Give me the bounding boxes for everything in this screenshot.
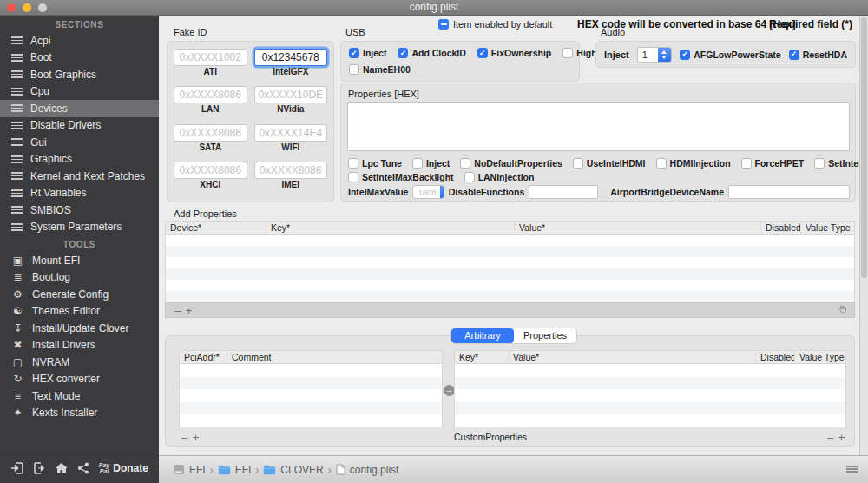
useintelhdmi-checkbox[interactable]: UseIntelHDMI xyxy=(573,158,646,169)
remove-row-button[interactable]: – xyxy=(172,304,183,317)
column-value-type[interactable]: Value Type xyxy=(795,351,845,363)
sidebar-item-rt-variables[interactable]: Rt Variables xyxy=(0,185,159,202)
column-value-type[interactable]: Value Type xyxy=(801,222,854,234)
download-icon: ↧ xyxy=(11,322,24,334)
forcehpet-checkbox[interactable]: ForceHPET xyxy=(741,158,805,169)
audio-inject-dropdown[interactable]: 1 xyxy=(637,47,673,63)
wifi-input[interactable] xyxy=(254,124,328,142)
list-icon xyxy=(11,138,23,146)
properties-hex-textarea[interactable] xyxy=(347,102,850,151)
sidebar-item-smbios[interactable]: SMBIOS xyxy=(0,202,159,219)
laninjection-checkbox[interactable]: LANInjection xyxy=(464,172,535,182)
tool-text-mode[interactable]: ≡Text Mode xyxy=(0,387,159,405)
chevron-updown-icon xyxy=(440,186,443,198)
sidebar-item-kernel-kext-patches[interactable]: Kernel and Kext Patches xyxy=(0,168,159,185)
intelmaxvalue-dropdown[interactable]: 1808 or 0x710 xyxy=(412,185,444,199)
hdmiinjection-checkbox[interactable]: HDMIInjection xyxy=(656,158,731,169)
tool-install-drivers[interactable]: ✖Install Drivers xyxy=(0,337,159,354)
inject-checkbox[interactable]: Inject xyxy=(412,158,450,169)
sidebar-item-boot-graphics[interactable]: Boot Graphics xyxy=(0,66,159,83)
usb-fixownership-checkbox[interactable]: ✓FixOwnership xyxy=(477,48,551,58)
usb-add-clockid-checkbox[interactable]: ✓Add ClockID xyxy=(398,48,465,58)
breadcrumb-item-efi-disk[interactable]: EFI xyxy=(173,464,206,476)
nodefaultproperties-checkbox[interactable]: NoDefaultProperties xyxy=(460,158,562,169)
checkbox-checked-icon: ✓ xyxy=(789,50,799,60)
disk-icon xyxy=(173,464,185,475)
usb-inject-checkbox[interactable]: ✓Inject xyxy=(349,48,386,58)
tab-arbitrary[interactable]: Arbitrary xyxy=(451,328,514,343)
audio-group: Inject 1 ✓AFGLowPowerState ✓ResetHDA xyxy=(595,41,856,68)
sidebar-item-gui[interactable]: Gui xyxy=(0,134,159,151)
remove-row-button[interactable]: – xyxy=(179,431,190,444)
setintelmaxbacklight-checkbox[interactable]: SetIntelMaxBacklight xyxy=(348,172,454,182)
minimize-window-icon[interactable] xyxy=(23,3,31,12)
share-icon[interactable] xyxy=(77,462,89,474)
column-value[interactable]: Value* xyxy=(515,222,761,234)
tool-install-update-clover[interactable]: ↧Install/Update Clover xyxy=(0,320,159,337)
sidebar-item-graphics[interactable]: Graphics xyxy=(0,151,159,169)
ati-input[interactable] xyxy=(174,49,247,66)
tool-nvram[interactable]: ▢NVRAM xyxy=(0,354,159,371)
usb-nameeh00-checkbox[interactable]: NameEH00 xyxy=(349,64,411,75)
sidebar-item-devices[interactable]: Devices xyxy=(0,100,159,117)
sign-in-icon[interactable] xyxy=(10,462,23,474)
add-row-button[interactable]: + xyxy=(836,431,847,444)
sidebar-footer: PayPal Donate xyxy=(0,453,159,483)
column-pciaddr[interactable]: PciAddr* xyxy=(180,351,227,363)
column-disabled[interactable]: Disabled xyxy=(756,351,795,363)
lpc-tune-checkbox[interactable]: Lpc Tune xyxy=(348,158,402,169)
home-icon[interactable] xyxy=(55,462,68,474)
disk-icon: ▣ xyxy=(11,255,24,267)
remove-row-button[interactable]: – xyxy=(825,431,836,444)
add-row-button[interactable]: + xyxy=(190,431,201,444)
close-window-icon[interactable] xyxy=(7,3,16,12)
donate-button[interactable]: PayPal Donate xyxy=(99,462,148,474)
table-body-empty[interactable] xyxy=(179,364,443,427)
column-disabled[interactable]: Disabled xyxy=(761,222,801,234)
sidebar-item-acpi[interactable]: Acpi xyxy=(0,32,159,50)
airportbridgedevicename-input[interactable] xyxy=(728,185,850,199)
intelgfx-input[interactable] xyxy=(254,49,328,66)
sidebar-item-disable-drivers[interactable]: Disable Drivers xyxy=(0,117,159,135)
audio-resethda-checkbox[interactable]: ✓ResetHDA xyxy=(789,50,847,60)
disablefunctions-input[interactable] xyxy=(529,185,598,199)
fake-id-field-sata: SATA xyxy=(174,124,247,157)
lan-input[interactable] xyxy=(174,86,247,103)
add-row-button[interactable]: + xyxy=(183,304,194,317)
kext-icon: ✦ xyxy=(11,407,24,419)
arbitrary-properties-tabs: Arbitrary Properties xyxy=(450,328,577,344)
sidebar: SECTIONS Acpi Boot Boot Graphics Cpu Dev… xyxy=(0,16,159,453)
imei-input[interactable] xyxy=(254,162,328,179)
tool-themes-editor[interactable]: ☯Themes Editor xyxy=(0,303,159,321)
scrollbar-thumb[interactable] xyxy=(861,17,867,278)
column-device[interactable]: Device* xyxy=(166,222,266,234)
vertical-scrollbar[interactable] xyxy=(859,16,868,455)
column-key[interactable]: Key* xyxy=(266,222,515,234)
sidebar-item-boot[interactable]: Boot xyxy=(0,50,159,67)
zoom-window-icon[interactable] xyxy=(38,3,47,12)
breadcrumb-item-efi-folder[interactable]: EFI xyxy=(218,464,252,476)
table-body-empty[interactable] xyxy=(454,364,846,427)
tool-kexts-installer[interactable]: ✦Kexts Installer xyxy=(0,405,159,422)
breadcrumb-item-config-plist[interactable]: config.plist xyxy=(336,464,399,476)
xhci-input[interactable] xyxy=(174,162,247,179)
list-view-icon[interactable] xyxy=(846,466,858,474)
table-body-empty[interactable] xyxy=(165,235,855,302)
checkbox-icon xyxy=(348,172,358,182)
tab-properties[interactable]: Properties xyxy=(514,328,576,343)
audio-afglowpowerstate-checkbox[interactable]: ✓AFGLowPowerState xyxy=(680,50,780,60)
export-icon[interactable] xyxy=(33,462,45,474)
column-key[interactable]: Key* xyxy=(455,351,509,363)
sidebar-item-system-parameters[interactable]: System Parameters xyxy=(0,219,159,236)
sata-input[interactable] xyxy=(174,124,247,142)
column-comment[interactable]: Comment xyxy=(227,351,442,363)
breadcrumb-item-clover-folder[interactable]: CLOVER xyxy=(263,464,323,476)
tool-generate-config[interactable]: ⚙Generate Config xyxy=(0,286,159,303)
column-value[interactable]: Value* xyxy=(509,351,756,363)
sidebar-item-cpu[interactable]: Cpu xyxy=(0,83,159,101)
tool-hex-converter[interactable]: ↻HEX converter xyxy=(0,371,159,388)
tool-mount-efi[interactable]: ▣Mount EFI xyxy=(0,252,159,269)
nvidia-input[interactable] xyxy=(254,86,328,103)
main-content: Item enabled by default HEX code will be… xyxy=(159,16,868,455)
tool-boot-log[interactable]: ≣Boot.log xyxy=(0,269,159,287)
